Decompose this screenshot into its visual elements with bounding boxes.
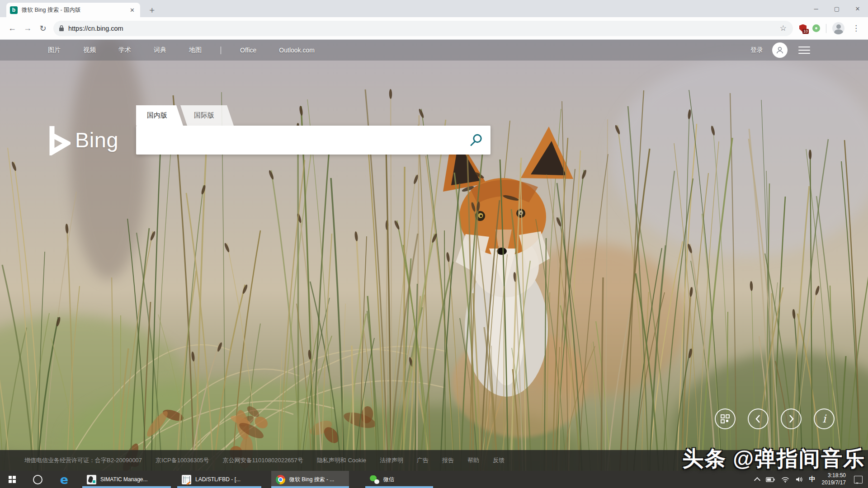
nav-academic[interactable]: 学术 — [118, 46, 131, 54]
speaker-icon[interactable] — [796, 476, 803, 483]
action-center-icon[interactable] — [854, 476, 863, 483]
footer-legal[interactable]: 法律声明 — [380, 456, 403, 465]
sign-in-link[interactable]: 登录 — [750, 46, 763, 54]
screen: b 微软 Bing 搜索 - 国内版 ✕ ＋ ─ ▢ ✕ ← → ↻ https… — [0, 0, 868, 488]
profile-avatar[interactable] — [832, 22, 844, 34]
search-input[interactable] — [136, 126, 462, 155]
bing-b-icon — [47, 124, 71, 155]
footer-privacy[interactable]: 隐私声明和 Cookie — [317, 456, 366, 465]
next-image-button[interactable] — [781, 408, 802, 429]
wechat-icon — [370, 475, 379, 484]
shield-extension-icon[interactable]: 10 — [799, 24, 807, 33]
active-task-underline — [271, 486, 349, 488]
browser-tab-strip: b 微软 Bing 搜索 - 国内版 ✕ ＋ ─ ▢ ✕ — [0, 0, 868, 17]
task-wechat[interactable]: 微信 — [365, 471, 433, 488]
tab-domestic[interactable]: 国内版 — [136, 105, 183, 126]
taskbar-search-button[interactable] — [24, 471, 51, 488]
active-task-underline — [177, 486, 261, 488]
next-chevron-icon — [787, 414, 795, 424]
extension-badge: 10 — [802, 29, 809, 34]
clock-time: 3:18:50 — [822, 472, 846, 479]
edge-icon: e — [60, 473, 68, 487]
url-text: https://cn.bing.com — [68, 25, 779, 32]
task-simatic-manager[interactable]: SIMATIC Manage... — [82, 471, 171, 488]
simatic-manager-icon — [87, 475, 96, 484]
address-bar[interactable]: https://cn.bing.com ☆ — [53, 21, 793, 36]
task-label: SIMATIC Manage... — [100, 476, 147, 483]
new-tab-button[interactable]: ＋ — [146, 4, 158, 16]
minimize-button[interactable]: ─ — [806, 0, 826, 17]
tab-international[interactable]: 国际版 — [180, 105, 234, 126]
previous-image-button[interactable] — [748, 408, 769, 429]
bing-favicon-icon: b — [10, 6, 18, 14]
search-version-tabs: 国内版 国际版 — [136, 105, 234, 126]
battery-icon[interactable] — [766, 477, 775, 482]
image-info-button[interactable]: i — [814, 408, 835, 429]
search-magnifier-icon — [469, 133, 483, 147]
toolbar-extensions: 10 ⋮ — [797, 22, 863, 34]
active-task-underline — [82, 486, 171, 488]
search-box — [136, 126, 491, 155]
browser-menu-icon[interactable]: ⋮ — [850, 23, 862, 33]
forward-button[interactable]: → — [20, 21, 35, 36]
footer-license: 增值电信业务经营许可证：合字B2-20090007 — [24, 456, 142, 465]
nav-outlook[interactable]: Outlook.com — [279, 47, 315, 54]
cortana-search-icon — [33, 475, 42, 484]
info-icon: i — [822, 413, 826, 424]
maximize-button[interactable]: ▢ — [826, 0, 847, 17]
clock-date: 2019/7/17 — [822, 479, 846, 487]
green-extension-icon[interactable] — [812, 24, 820, 32]
footer-icp[interactable]: 京ICP备10036305号 — [156, 456, 209, 465]
nav-divider — [221, 47, 221, 54]
task-lad-stl-fbd[interactable]: LAD/STL/FBD - [... — [177, 471, 261, 488]
taskbar-clock[interactable]: 3:18:50 2019/7/17 — [822, 472, 846, 486]
hamburger-menu-icon[interactable] — [798, 47, 810, 54]
nav-maps[interactable]: 地图 — [189, 46, 202, 54]
bookmark-star-icon[interactable]: ☆ — [779, 23, 788, 33]
windows-taskbar: e SIMATIC Manage... LAD/STL/FBD - [... 微… — [0, 471, 868, 488]
footer-feedback[interactable]: 反馈 — [493, 456, 505, 465]
bing-logo-text: Bing — [75, 127, 118, 152]
browser-toolbar: ← → ↻ https://cn.bing.com ☆ 10 ⋮ — [0, 17, 868, 40]
back-button[interactable]: ← — [5, 21, 20, 36]
tab-close-icon[interactable]: ✕ — [128, 6, 137, 14]
chrome-icon — [276, 475, 285, 484]
footer-help[interactable]: 帮助 — [467, 456, 479, 465]
start-button[interactable] — [0, 471, 24, 488]
windows-start-icon — [9, 476, 16, 483]
qr-code-icon — [721, 414, 730, 423]
wifi-icon[interactable] — [781, 477, 789, 483]
hero-background-fox-image — [0, 40, 868, 471]
nav-videos[interactable]: 视频 — [83, 46, 96, 54]
reload-button[interactable]: ↻ — [35, 21, 51, 36]
task-chrome-bing[interactable]: 微软 Bing 搜索 - ... — [271, 471, 349, 488]
nav-office[interactable]: Office — [240, 47, 256, 54]
browser-tab[interactable]: b 微软 Bing 搜索 - 国内版 ✕ — [6, 3, 140, 17]
user-avatar-icon[interactable] — [772, 42, 788, 58]
page-footer: 增值电信业务经营许可证：合字B2-20090007 京ICP备10036305号… — [0, 450, 868, 471]
edge-taskbar-button[interactable]: e — [51, 471, 78, 488]
footer-report[interactable]: 报告 — [442, 456, 454, 465]
qr-download-button[interactable] — [715, 408, 736, 429]
system-tray: 中 3:18:50 2019/7/17 — [755, 471, 868, 488]
close-button[interactable]: ✕ — [847, 0, 868, 17]
lock-icon — [59, 25, 64, 32]
page-viewport: 图片 视频 学术 词典 地图 Office Outlook.com 登录 Bin… — [0, 40, 868, 471]
ime-indicator[interactable]: 中 — [809, 475, 816, 483]
bing-nav-bar: 图片 视频 学术 词典 地图 Office Outlook.com 登录 — [0, 40, 868, 61]
tray-chevron-icon[interactable] — [754, 477, 760, 483]
footer-security-record[interactable]: 京公网安备11010802022657号 — [223, 456, 303, 465]
window-controls: ─ ▢ ✕ — [806, 0, 868, 17]
lad-stl-fbd-icon — [182, 475, 191, 484]
search-button[interactable] — [462, 126, 491, 155]
footer-ads[interactable]: 广告 — [417, 456, 429, 465]
task-label: LAD/STL/FBD - [... — [195, 476, 241, 483]
nav-dictionary[interactable]: 词典 — [154, 46, 166, 54]
active-task-underline — [365, 486, 433, 488]
toolbar-separator — [826, 24, 826, 33]
tab-title: 微软 Bing 搜索 - 国内版 — [22, 6, 128, 14]
task-label: 微信 — [383, 476, 394, 483]
nav-images[interactable]: 图片 — [48, 46, 61, 54]
image-carousel-controls: i — [715, 408, 835, 429]
task-label: 微软 Bing 搜索 - ... — [289, 476, 334, 483]
